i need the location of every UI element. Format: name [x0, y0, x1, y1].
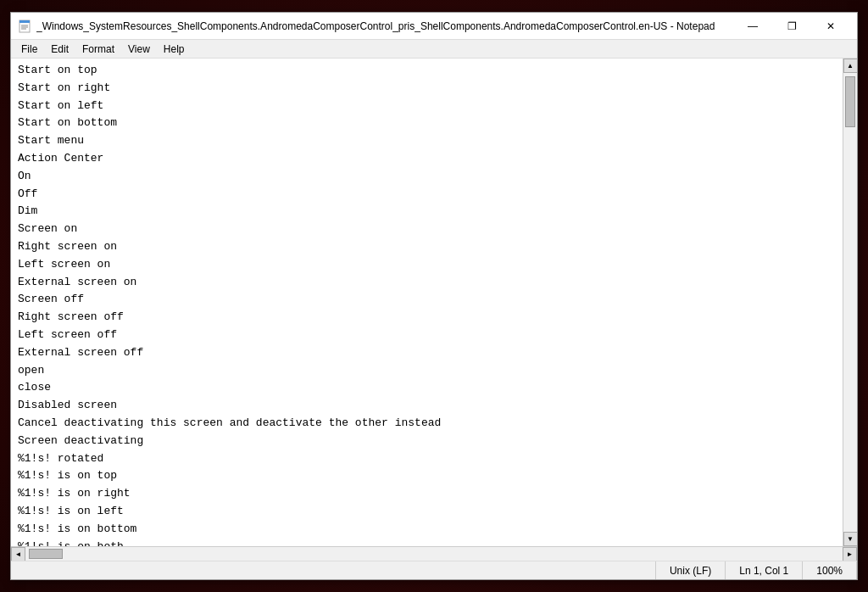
scroll-thumb-vertical[interactable] — [845, 76, 855, 127]
menu-view[interactable]: View — [121, 42, 157, 57]
svg-rect-1 — [19, 20, 30, 23]
status-position: Ln 1, Col 1 — [726, 561, 803, 579]
status-zoom: 100% — [803, 561, 857, 579]
window-title: _Windows_SystemResources_ShellComponents… — [36, 20, 726, 32]
scroll-left-button[interactable]: ◄ — [11, 547, 25, 561]
scroll-up-button[interactable]: ▲ — [843, 59, 858, 73]
scroll-track-horizontal — [25, 547, 843, 561]
menu-file[interactable]: File — [14, 42, 44, 57]
notepad-window: _Windows_SystemResources_ShellComponents… — [10, 12, 858, 580]
close-button[interactable]: ✕ — [811, 13, 850, 40]
scroll-down-button[interactable]: ▼ — [843, 532, 858, 546]
menu-help[interactable]: Help — [157, 42, 192, 57]
title-bar: _Windows_SystemResources_ShellComponents… — [11, 13, 857, 40]
text-editor[interactable]: Start on top Start on right Start on lef… — [11, 59, 843, 546]
menu-edit[interactable]: Edit — [44, 42, 75, 57]
window-controls: — ❐ ✕ — [733, 13, 850, 40]
scroll-track-vertical — [843, 73, 857, 532]
minimize-button[interactable]: — — [733, 13, 772, 40]
status-bar: Unix (LF) Ln 1, Col 1 100% — [11, 561, 857, 579]
content-area: Start on top Start on right Start on lef… — [11, 59, 857, 546]
scroll-thumb-horizontal[interactable] — [29, 549, 63, 559]
maximize-button[interactable]: ❐ — [772, 13, 811, 40]
menu-format[interactable]: Format — [75, 42, 121, 57]
status-encoding: Unix (LF) — [656, 561, 726, 579]
horizontal-scrollbar[interactable]: ◄ ► — [11, 546, 857, 561]
bottom-area: ◄ ► Unix (LF) Ln 1, Col 1 100% — [11, 546, 857, 579]
vertical-scrollbar[interactable]: ▲ ▼ — [843, 59, 857, 546]
status-empty — [11, 561, 656, 579]
menu-bar: File Edit Format View Help — [11, 40, 857, 59]
app-icon — [18, 20, 31, 33]
scroll-right-button[interactable]: ► — [843, 547, 857, 561]
